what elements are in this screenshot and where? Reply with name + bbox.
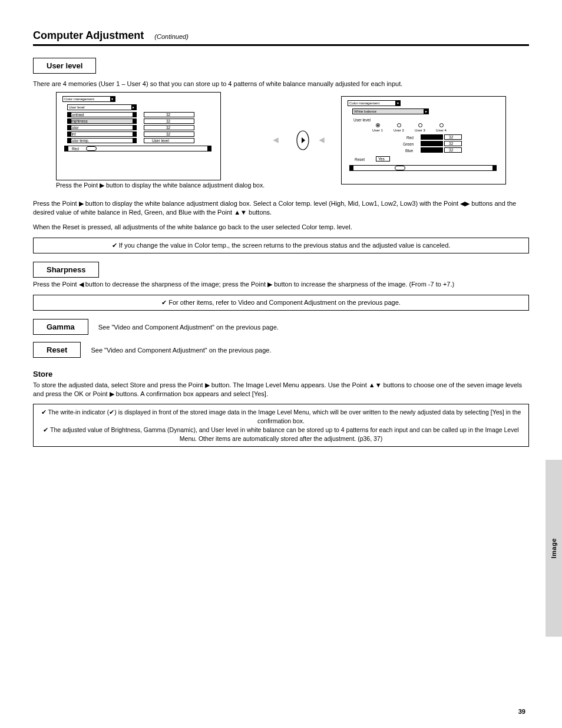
- note-store: ✔ The write-in indicator (✔) is displaye…: [33, 404, 529, 447]
- row-contrast-label: Contrast: [70, 113, 84, 117]
- page-number: 39: [518, 708, 525, 715]
- page-subtitle: (Continued): [154, 33, 188, 40]
- row-tint-label: Tint: [70, 132, 76, 136]
- slider-label: Red: [72, 147, 79, 151]
- radio-user3[interactable]: [418, 123, 422, 127]
- diagram-right-whitebalance: Color management ▾ White balance ▸ User …: [341, 96, 506, 185]
- chevron-right-icon: ▸: [424, 109, 428, 114]
- section-sharpness: Sharpness: [33, 262, 99, 278]
- dropdown-whitebalance[interactable]: White balance ▸: [352, 108, 429, 114]
- radio-user4[interactable]: [439, 123, 444, 127]
- note-other-items: ✔ For other items, refer to Video and Co…: [33, 295, 529, 311]
- point-right-button-icon: [295, 129, 310, 152]
- slider-handle-icon[interactable]: [86, 146, 97, 151]
- section-reset: Reset: [33, 342, 81, 358]
- chevron-down-icon: ▾: [110, 97, 115, 101]
- header-rule: [33, 44, 529, 46]
- chevron-down-icon: ▾: [395, 101, 400, 106]
- user-level-lbl: User level: [353, 118, 371, 122]
- section-user-level: User level: [33, 58, 96, 74]
- note-store-line2: ✔ The adjusted value of Brightness, Gamm…: [41, 426, 521, 443]
- radio-user2[interactable]: [397, 123, 401, 127]
- dropdown-color-mgmt[interactable]: Color management ▾: [62, 96, 115, 102]
- section-store: Store: [33, 370, 529, 378]
- page-title: Computer Adjustment: [33, 29, 144, 42]
- arrow-right-icon: [272, 132, 288, 149]
- user-level-body1: Press the Point ▶ button to display the …: [33, 199, 529, 217]
- note-store-line1: ✔ The write-in indicator (✔) is displaye…: [41, 408, 521, 425]
- gamma-text: See "Video and Component Adjustment" on …: [98, 324, 279, 331]
- reset-text: See "Video and Component Adjustment" on …: [91, 347, 271, 354]
- figure-caption: Press the Point ▶ button to display the …: [56, 182, 265, 189]
- side-tab-image: Image: [546, 460, 562, 637]
- section-gamma: Gamma: [33, 319, 88, 335]
- slider-handle-icon[interactable]: [395, 166, 405, 170]
- arrow-right-icon: [318, 132, 334, 149]
- note-colortemp: ✔ If you change the value in Color temp.…: [33, 238, 529, 253]
- user-level-body2: When the Reset is pressed, all adjustmen…: [33, 223, 529, 232]
- chevron-right-icon: ▸: [131, 105, 136, 110]
- dropdown-mode[interactable]: User level ▸: [67, 104, 137, 110]
- row-colortemp-label: Color temp.: [70, 139, 90, 143]
- reset-lbl: Reset: [355, 157, 365, 162]
- sharpness-text: Press the Point ◀ button to decrease the…: [33, 280, 529, 289]
- radio-user1[interactable]: [376, 123, 380, 127]
- row-brightness-label: Brightness: [70, 119, 88, 123]
- user-level-intro: There are 4 memories (User 1 – User 4) s…: [33, 80, 529, 88]
- yes-button[interactable]: Yes: [378, 157, 385, 161]
- store-text: To store the adjusted data, select Store…: [33, 381, 529, 398]
- dropdown-color-mgmt-2[interactable]: Color management ▾: [348, 100, 401, 106]
- row-color-label: Color: [70, 126, 79, 130]
- diagram-left-menu: Color management ▾ User level ▸ Contrast…: [56, 92, 221, 180]
